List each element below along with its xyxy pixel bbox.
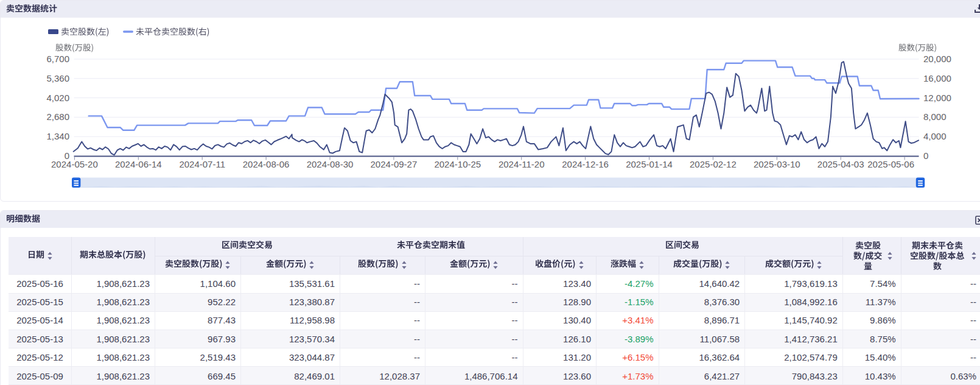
svg-text:4,000: 4,000 <box>923 131 947 141</box>
svg-text:2024-09-27: 2024-09-27 <box>371 159 418 169</box>
svg-text:2024-07-11: 2024-07-11 <box>179 159 225 169</box>
svg-text:2024-11-20: 2024-11-20 <box>499 159 545 169</box>
svg-text:5,360: 5,360 <box>46 73 69 83</box>
svg-text:20,000: 20,000 <box>923 54 951 64</box>
svg-text:2025-02-12: 2025-02-12 <box>690 159 737 169</box>
svg-text:8,000: 8,000 <box>923 111 947 122</box>
svg-text:2025-04-03: 2025-04-03 <box>817 159 864 169</box>
svg-text:2025-05-06: 2025-05-06 <box>867 159 914 169</box>
svg-text:2024-12-16: 2024-12-16 <box>562 159 609 169</box>
svg-text:2024-08-06: 2024-08-06 <box>243 159 290 169</box>
svg-text:16,000: 16,000 <box>923 73 951 83</box>
svg-text:2024-08-30: 2024-08-30 <box>307 159 354 169</box>
svg-text:2,680: 2,680 <box>46 111 69 122</box>
svg-text:6,700: 6,700 <box>46 54 69 64</box>
svg-text:2024-05-20: 2024-05-20 <box>51 159 98 169</box>
svg-text:4,020: 4,020 <box>46 93 69 103</box>
svg-text:2025-03-10: 2025-03-10 <box>754 159 800 169</box>
svg-text:2024-10-25: 2024-10-25 <box>434 159 481 169</box>
svg-text:12,000: 12,000 <box>923 93 951 103</box>
svg-text:2025-01-14: 2025-01-14 <box>626 159 673 169</box>
svg-text:1,340: 1,340 <box>46 131 69 141</box>
svg-text:2024-06-14: 2024-06-14 <box>115 159 162 169</box>
svg-text:0: 0 <box>923 150 928 161</box>
